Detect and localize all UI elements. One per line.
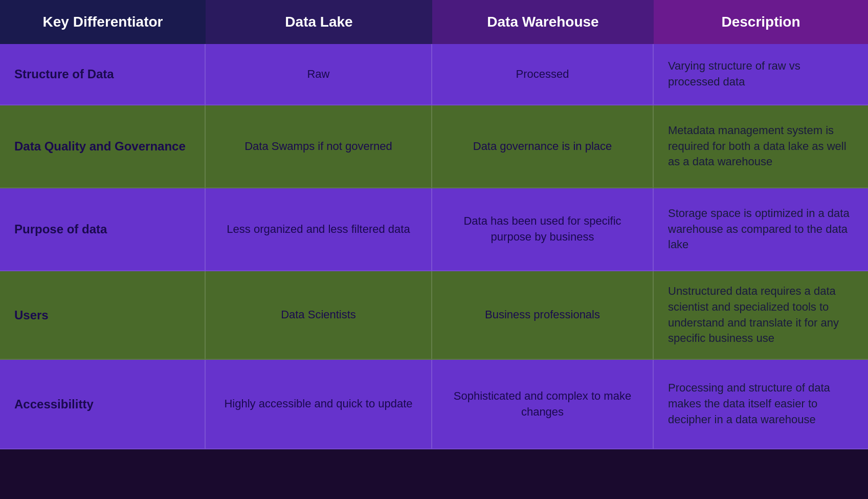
header-key-differentiator: Key Differentiator: [0, 0, 206, 44]
row3-warehouse: Data has been used for specific purpose …: [432, 188, 654, 271]
row1-key: Structure of Data: [0, 44, 206, 105]
row-accessibility: Accessibilitty Highly accessible and qui…: [0, 360, 868, 449]
row1-lake: Raw: [206, 44, 432, 105]
row-purpose: Purpose of data Less organized and less …: [0, 188, 868, 271]
table-header: Key Differentiator Data Lake Data Wareho…: [0, 0, 868, 44]
row5-warehouse: Sophisticated and complex to make change…: [432, 360, 654, 449]
header-col4-label: Description: [721, 14, 800, 30]
comparison-table: Key Differentiator Data Lake Data Wareho…: [0, 0, 868, 499]
header-description: Description: [654, 0, 868, 44]
row2-key: Data Quality and Governance: [0, 105, 206, 188]
header-data-lake: Data Lake: [206, 0, 432, 44]
row1-description: Varying structure of raw vs processed da…: [654, 44, 868, 105]
header-col2-label: Data Lake: [285, 14, 352, 30]
row5-lake: Highly accessible and quick to update: [206, 360, 432, 449]
row-users: Users Data Scientists Business professio…: [0, 271, 868, 360]
row4-description: Unstructured data requires a data scient…: [654, 271, 868, 360]
row2-description: Metadata management system is required f…: [654, 105, 868, 188]
header-col3-label: Data Warehouse: [487, 14, 598, 30]
row3-description: Storage space is optimized in a data war…: [654, 188, 868, 271]
row2-lake: Data Swamps if not governed: [206, 105, 432, 188]
header-col1-label: Key Differentiator: [43, 14, 163, 30]
row4-warehouse: Business professionals: [432, 271, 654, 360]
row-governance: Data Quality and Governance Data Swamps …: [0, 105, 868, 188]
row3-lake: Less organized and less filtered data: [206, 188, 432, 271]
row5-description: Processing and structure of data makes t…: [654, 360, 868, 449]
row5-key: Accessibilitty: [0, 360, 206, 449]
row1-warehouse: Processed: [432, 44, 654, 105]
row2-warehouse: Data governance is in place: [432, 105, 654, 188]
header-data-warehouse: Data Warehouse: [432, 0, 654, 44]
row-structure: Structure of Data Raw Processed Varying …: [0, 44, 868, 105]
row4-lake: Data Scientists: [206, 271, 432, 360]
row4-key: Users: [0, 271, 206, 360]
row3-key: Purpose of data: [0, 188, 206, 271]
